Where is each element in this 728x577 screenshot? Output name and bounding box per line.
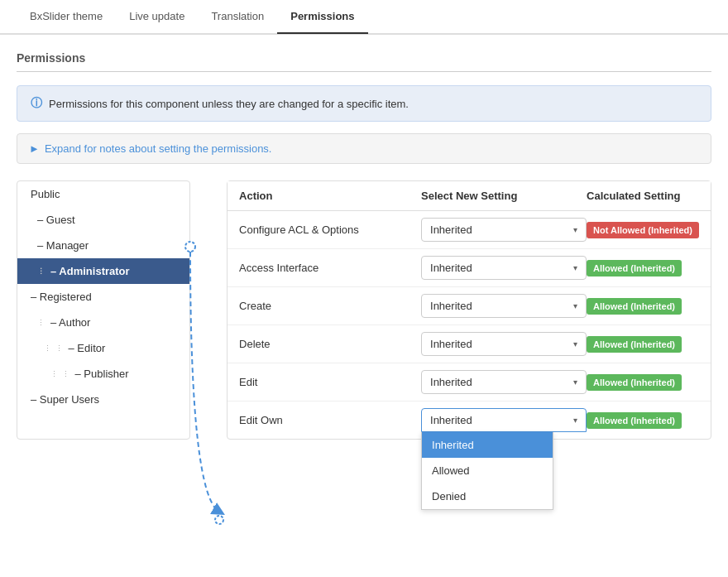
tab-permissions[interactable]: Permissions bbox=[277, 0, 367, 34]
select-control-2[interactable]: Inherited▾ bbox=[421, 294, 587, 318]
permissions-right: Action Select New Setting Calculated Set… bbox=[227, 180, 711, 440]
group-item-author[interactable]: ⋮ – Author bbox=[17, 310, 189, 335]
badge-cell-2: Allowed (Inherited) bbox=[587, 300, 699, 312]
group-item-guest[interactable]: – Guest bbox=[17, 207, 189, 233]
tab-live-update[interactable]: Live update bbox=[116, 0, 198, 34]
info-icon: ⓘ bbox=[31, 96, 42, 111]
info-box: ⓘ Permissions for this component unless … bbox=[17, 85, 711, 122]
permissions-table: Action Select New Setting Calculated Set… bbox=[227, 180, 711, 440]
select-cell-4: Inherited▾ bbox=[421, 370, 587, 394]
badge-cell-4: Allowed (Inherited) bbox=[587, 376, 699, 388]
col-calc-header: Calculated Setting bbox=[587, 190, 699, 202]
col-action-header: Action bbox=[239, 190, 421, 202]
select-control-3[interactable]: Inherited▾ bbox=[421, 332, 587, 356]
status-badge-0: Not Allowed (Inherited) bbox=[587, 222, 699, 238]
group-dots-editor: ⋮ ⋮ bbox=[44, 344, 64, 353]
select-cell-5: Inherited▾InheritedAllowedDenied bbox=[421, 408, 587, 432]
group-label-guest: – Guest bbox=[37, 214, 75, 226]
action-label-4: Edit bbox=[239, 376, 421, 388]
action-label-1: Access Interface bbox=[239, 262, 421, 274]
chevron-down-icon-4: ▾ bbox=[573, 377, 577, 387]
tab-bar: BxSlider theme Live update Translation P… bbox=[0, 0, 728, 35]
group-label-public: Public bbox=[31, 188, 60, 200]
select-value-4: Inherited bbox=[430, 376, 472, 388]
select-cell-0: Inherited▾ bbox=[421, 218, 587, 242]
group-item-registered[interactable]: – Registered bbox=[17, 284, 189, 310]
chevron-down-icon-1: ▾ bbox=[573, 263, 577, 272]
table-row-1: Access InterfaceInherited▾Allowed (Inher… bbox=[228, 249, 711, 287]
status-badge-5: Allowed (Inherited) bbox=[587, 412, 682, 429]
group-item-super-users[interactable]: – Super Users bbox=[17, 387, 189, 412]
badge-cell-5: Allowed (Inherited) bbox=[587, 414, 699, 426]
group-dots-administrator: ⋮ bbox=[37, 267, 46, 276]
expand-arrow-icon: ► bbox=[29, 142, 40, 155]
select-value-0: Inherited bbox=[430, 224, 472, 236]
group-item-manager[interactable]: – Manager bbox=[17, 233, 189, 258]
expand-text: Expand for notes about setting the permi… bbox=[45, 142, 272, 155]
select-control-1[interactable]: Inherited▾ bbox=[421, 256, 587, 280]
action-label-5: Edit Own bbox=[239, 414, 421, 426]
expand-box[interactable]: ► Expand for notes about setting the per… bbox=[17, 133, 711, 164]
col-select-header: Select New Setting bbox=[421, 190, 587, 202]
group-item-editor[interactable]: ⋮ ⋮ – Editor bbox=[17, 335, 189, 361]
group-item-administrator[interactable]: ⋮ – Administrator bbox=[17, 258, 189, 284]
table-row-2: CreateInherited▾Allowed (Inherited) bbox=[228, 287, 711, 325]
group-dots-publisher: ⋮ ⋮ bbox=[50, 370, 70, 378]
action-label-0: Configure ACL & Options bbox=[239, 224, 421, 236]
group-label-super-users: – Super Users bbox=[31, 393, 99, 406]
permissions-layout: Public– Guest– Manager⋮ – Administrator–… bbox=[17, 180, 711, 440]
section-title: Permissions bbox=[17, 51, 711, 72]
svg-point-1 bbox=[215, 516, 223, 524]
group-label-author: – Author bbox=[50, 316, 90, 329]
chevron-down-icon-3: ▾ bbox=[573, 339, 577, 349]
chevron-down-icon-5: ▾ bbox=[573, 416, 577, 425]
badge-cell-0: Not Allowed (Inherited) bbox=[587, 224, 699, 236]
table-row-4: EditInherited▾Allowed (Inherited) bbox=[228, 363, 711, 401]
badge-cell-3: Allowed (Inherited) bbox=[587, 338, 699, 350]
chevron-down-icon-0: ▾ bbox=[573, 225, 577, 234]
group-list: Public– Guest– Manager⋮ – Administrator–… bbox=[17, 180, 190, 440]
chevron-down-icon-2: ▾ bbox=[573, 301, 577, 310]
action-label-3: Delete bbox=[239, 338, 421, 350]
select-control-0[interactable]: Inherited▾ bbox=[421, 218, 587, 242]
group-item-public[interactable]: Public bbox=[17, 181, 189, 207]
dropdown-option-1[interactable]: Allowed bbox=[422, 458, 553, 483]
group-label-manager: – Manager bbox=[37, 239, 89, 252]
select-value-2: Inherited bbox=[430, 300, 472, 312]
select-control-5[interactable]: Inherited▾ bbox=[421, 408, 587, 432]
table-row-5: Edit OwnInherited▾InheritedAllowedDenied… bbox=[228, 401, 711, 439]
select-value-5: Inherited bbox=[430, 414, 472, 426]
arrow-connector bbox=[190, 180, 227, 440]
select-cell-1: Inherited▾ bbox=[421, 256, 587, 280]
group-item-publisher[interactable]: ⋮ ⋮ – Publisher bbox=[17, 361, 189, 387]
tab-translation[interactable]: Translation bbox=[198, 0, 277, 34]
select-cell-2: Inherited▾ bbox=[421, 294, 587, 318]
status-badge-4: Allowed (Inherited) bbox=[587, 374, 682, 391]
dropdown-option-0[interactable]: Inherited bbox=[422, 432, 553, 458]
tab-bxslider[interactable]: BxSlider theme bbox=[17, 0, 116, 34]
info-text: Permissions for this component unless th… bbox=[49, 98, 409, 110]
table-row-3: DeleteInherited▾Allowed (Inherited) bbox=[228, 325, 711, 363]
table-row-0: Configure ACL & OptionsInherited▾Not All… bbox=[228, 211, 711, 249]
group-dots-author: ⋮ bbox=[37, 319, 46, 327]
group-label-registered: – Registered bbox=[31, 291, 92, 303]
badge-cell-1: Allowed (Inherited) bbox=[587, 262, 699, 274]
status-badge-1: Allowed (Inherited) bbox=[587, 260, 682, 276]
status-badge-2: Allowed (Inherited) bbox=[587, 298, 682, 315]
group-label-editor: – Editor bbox=[69, 342, 106, 354]
status-badge-3: Allowed (Inherited) bbox=[587, 336, 682, 353]
select-cell-3: Inherited▾ bbox=[421, 332, 587, 356]
select-control-4[interactable]: Inherited▾ bbox=[421, 370, 587, 394]
dropdown-option-2[interactable]: Denied bbox=[422, 483, 553, 509]
group-label-administrator: – Administrator bbox=[50, 265, 130, 277]
select-value-1: Inherited bbox=[430, 262, 472, 274]
svg-point-0 bbox=[185, 242, 195, 252]
dropdown-menu-5: InheritedAllowedDenied bbox=[421, 432, 553, 510]
main-content: Permissions ⓘ Permissions for this compo… bbox=[0, 35, 728, 456]
action-label-2: Create bbox=[239, 300, 421, 312]
table-rows-container: Configure ACL & OptionsInherited▾Not All… bbox=[228, 211, 711, 439]
dashed-arrow-svg bbox=[182, 230, 228, 545]
select-value-3: Inherited bbox=[430, 338, 472, 350]
group-label-publisher: – Publisher bbox=[75, 368, 129, 380]
table-header: Action Select New Setting Calculated Set… bbox=[228, 181, 711, 211]
